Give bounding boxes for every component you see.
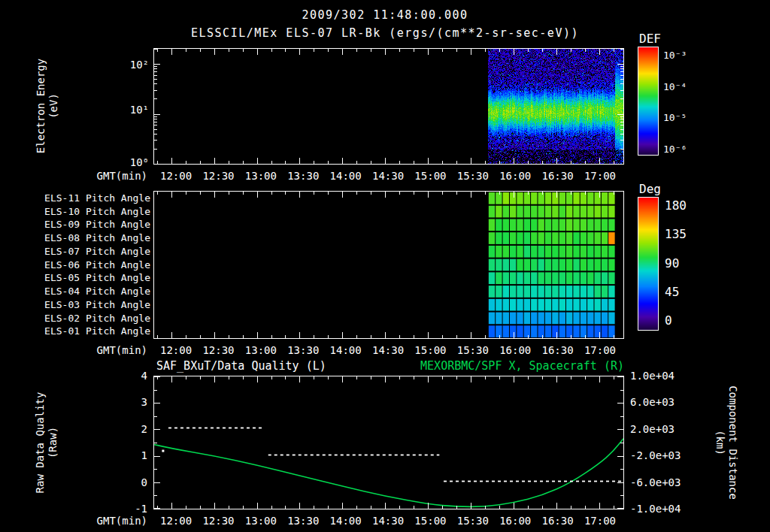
pitch-row-label: ELS-01 Pitch Angle [0,325,150,338]
quality-y-axis-unit: (Raw) [47,360,59,525]
spectrogram-canvas [154,49,623,164]
deg-colorbar [638,198,658,330]
pitch-row-label: ELS-10 Pitch Angle [0,205,150,219]
pitch-row-label: ELS-11 Pitch Angle [0,192,150,205]
time-tick-label: 15:00 [414,170,446,182]
time-tick-label: 16:00 [499,344,531,356]
time-tick-label: 12:30 [202,170,234,182]
distance-y-axis-label: Component Distance (km) [714,360,739,525]
time-axis-top: GMT(min) 12:0012:3013:0013:3014:0014:301… [0,170,770,182]
time-tick-label: 16:30 [542,515,574,527]
pitch-row-label: ELS-02 Pitch Angle [0,312,150,325]
deg-colorbar-tick: 135 [665,227,687,241]
time-tick-label: 13:30 [287,344,319,356]
time-tick-label: 16:30 [542,170,574,182]
deg-colorbar-labels: 18013590450 [665,198,687,328]
spectrogram-y-axis-label-text: Electron Energy [35,38,47,174]
time-tick-label: 15:30 [457,170,489,182]
pitch-angle-canvas [154,192,623,338]
time-tick-label: 16:00 [499,515,531,527]
gmt-label-middle: GMT(min) [69,344,147,356]
time-tick-labels-bottom: 12:0012:3013:0013:3014:0014:3015:0015:30… [160,515,616,527]
pitch-row-label: ELS-09 Pitch Angle [0,218,150,231]
def-colorbar-tick: 10⁻³ [663,50,687,61]
time-tick-label: 17:00 [584,515,616,527]
time-tick-label: 13:00 [245,170,277,182]
spectrogram-ytick-1ev: 10⁰ [119,156,149,168]
timeseries-plot-frame [153,376,624,509]
time-tick-label: 13:30 [287,515,319,527]
time-tick-label: 12:00 [160,344,192,356]
pitch-row-label: ELS-04 Pitch Angle [0,285,150,298]
gmt-label-top: GMT(min) [69,170,147,182]
time-tick-label: 15:30 [457,515,489,527]
time-tick-label: 15:30 [457,344,489,356]
time-tick-label: 16:00 [499,170,531,182]
def-colorbar-tick: 10⁻⁶ [663,144,687,155]
time-tick-label: 13:00 [245,344,277,356]
distance-axis-ticks: 1.0e+046.0e+032.0e+03-2.0e+03-6.0e+03-1.… [630,370,681,515]
timeseries-canvas [154,376,623,509]
def-colorbar-tick: 10⁻⁴ [663,81,687,92]
time-tick-label: 14:30 [372,515,404,527]
distance-axis-tick: -6.0e+03 [630,476,681,488]
quality-y-axis-label: Raw Data Quality (Raw) [34,360,59,525]
quality-axis-tick: 2 [110,423,147,435]
spacecraft-series-title: MEXORBMC/SPF X, Spacecraft (R) [420,359,624,373]
time-tick-label: 14:30 [372,344,404,356]
quality-axis-tick: 1 [110,449,147,461]
distance-axis-tick: 1.0e+04 [630,370,681,382]
def-colorbar-frame [638,47,659,156]
deg-colorbar-tick: 90 [665,256,687,271]
quality-axis-ticks: 43210-1 [110,370,147,515]
quality-axis-tick: 4 [110,370,147,382]
time-tick-label: 14:00 [330,515,362,527]
time-tick-label: 14:00 [330,170,362,182]
time-tick-label: 15:00 [414,515,446,527]
quality-y-axis-label-text: Raw Data Quality [34,360,47,525]
time-tick-label: 12:30 [202,515,234,527]
time-tick-label: 17:00 [584,344,616,356]
quality-series-title: SAF_BXuT/Data Quality (L) [156,359,326,373]
time-tick-label: 13:30 [287,170,319,182]
distance-y-axis-unit: (km) [714,360,726,525]
spectrogram-y-axis-unit: (eV) [47,38,60,174]
pitch-row-label: ELS-06 Pitch Angle [0,258,150,272]
time-tick-label: 15:00 [414,344,446,356]
time-tick-label: 12:30 [202,344,234,356]
time-axis-bottom: GMT(min) 12:0012:3013:0013:3014:0014:301… [0,515,770,527]
def-colorbar-tick: 10⁻⁵ [663,112,687,123]
deg-colorbar-tick: 0 [665,313,687,328]
time-tick-label: 14:00 [330,344,362,356]
time-tick-label: 17:00 [584,170,616,182]
time-tick-label: 14:30 [372,170,404,182]
cdf-plot-viewer: 2009/302 11:48:00.000 ELSSCIL/MEx ELS-07… [0,0,770,532]
distance-y-axis-label-text: Component Distance [726,360,739,525]
spectrogram-ytick-100ev: 10² [119,59,149,71]
time-tick-label: 12:00 [160,515,192,527]
gmt-label-bottom: GMT(min) [69,515,147,527]
time-tick-label: 16:30 [542,344,574,356]
spectrogram-y-axis-label: Electron Energy (eV) [35,38,60,174]
quality-axis-tick: 3 [110,396,147,408]
distance-axis-tick: -1.0e+04 [630,503,681,515]
deg-colorbar-frame [638,197,659,331]
time-axis-middle: GMT(min) 12:0012:3013:0013:3014:0014:301… [0,344,770,356]
distance-axis-tick: 6.0e+03 [630,396,681,408]
deg-colorbar-title: Deg [639,182,661,196]
deg-colorbar-tick: 180 [665,198,687,213]
distance-axis-tick: 2.0e+03 [630,423,681,435]
pitch-row-label: ELS-08 Pitch Angle [0,231,150,245]
def-colorbar [638,47,658,155]
def-colorbar-labels: 10⁻³10⁻⁴10⁻⁵10⁻⁶ [663,50,687,155]
pitch-row-label: ELS-03 Pitch Angle [0,298,150,312]
time-tick-labels-top: 12:0012:3013:0013:3014:0014:3015:0015:30… [160,170,616,182]
pitch-row-label: ELS-07 Pitch Angle [0,245,150,258]
pitch-angle-plot-frame [153,191,624,339]
deg-colorbar-tick: 45 [665,285,687,299]
pitch-row-label: ELS-05 Pitch Angle [0,271,150,285]
pitch-row-labels: ELS-11 Pitch AngleELS-10 Pitch AngleELS-… [0,192,150,338]
spectrogram-ytick-10ev: 10¹ [119,104,149,116]
time-tick-label: 12:00 [160,170,192,182]
spectrogram-plot-frame [153,48,624,165]
